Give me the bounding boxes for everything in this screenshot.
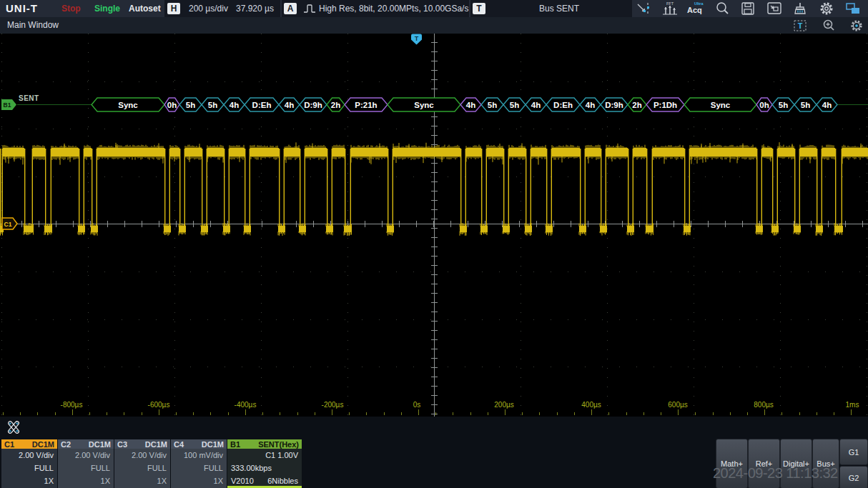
group-button-g2[interactable]: G2	[839, 466, 868, 488]
time-ruler-tick	[470, 412, 471, 415]
display-layout-icon[interactable]	[841, 0, 865, 17]
display-settings-icon[interactable]	[846, 17, 867, 34]
channel-id: C1	[4, 440, 14, 449]
time-ruler-tick	[124, 412, 124, 415]
save-icon[interactable]	[736, 0, 760, 17]
time-ruler-tick	[764, 409, 765, 415]
decode-segment-pause: P:21h	[345, 98, 388, 111]
trigger-info[interactable]: Bus SENT	[539, 0, 579, 17]
decode-segment-crc: 2h	[327, 98, 345, 111]
waveform-display-area: Sync0h5h5h4hD:Eh4hD:9h2hP:21hSync4h5h5h4…	[0, 34, 868, 417]
time-ruler-tick	[210, 412, 211, 415]
trigger-button[interactable]: T	[473, 3, 485, 14]
decode-segment-data: 4h	[279, 98, 300, 111]
time-ruler-tick	[747, 412, 748, 415]
group-button-g1[interactable]: G1	[839, 439, 868, 465]
svg-text:Sync: Sync	[414, 101, 434, 109]
time-ruler-tick	[315, 412, 315, 415]
time-ruler-tick	[799, 412, 800, 415]
screenshot-icon[interactable]	[762, 0, 786, 17]
status-bar: C1DC1M2.00 V/divFULL1XC2DC1M2.00 V/divFU…	[0, 417, 868, 488]
decode-segment-status: 0h	[164, 98, 179, 111]
svg-text:5h: 5h	[801, 101, 810, 109]
time-ruler-tick	[608, 412, 609, 415]
svg-text:4h: 4h	[466, 101, 475, 109]
channel-card-c4[interactable]: C4DC1M100 mV/divFULL1X	[171, 439, 227, 488]
svg-text:D:Eh: D:Eh	[553, 101, 573, 109]
svg-text:0h: 0h	[759, 101, 769, 109]
svg-text:5h: 5h	[779, 101, 788, 109]
time-ruler-tick	[262, 412, 263, 415]
acquire-button[interactable]: A	[284, 3, 297, 14]
channel1-marker[interactable]: C1	[1, 217, 19, 230]
svg-text:P:21h: P:21h	[355, 101, 377, 109]
ultra-acq-icon[interactable]: Ultra Acq	[684, 0, 708, 17]
acquire-settings-field[interactable]: A High Res, 8bit, 20.00MPts, 10.00GSa/s	[282, 0, 469, 17]
fft-icon[interactable]: FFT	[658, 0, 682, 17]
add-math-button[interactable]: Math+	[716, 439, 748, 488]
decode-segment-data: D:Eh	[546, 98, 580, 111]
decode-segment-crc: 2h	[628, 98, 646, 111]
svg-text:5h: 5h	[510, 101, 519, 109]
add-bus-button[interactable]: Bus+	[812, 439, 839, 488]
acquire-info[interactable]: High Res, 8bit, 20.00MPts, 10.00GSa/s	[319, 0, 468, 17]
time-ruler-tick	[488, 412, 488, 415]
settings-icon[interactable]	[814, 0, 839, 17]
timebase-value[interactable]: 200 µs/div	[189, 0, 228, 17]
add-digital-button[interactable]: Digital+	[780, 439, 812, 488]
bus1-marker[interactable]: B1	[1, 99, 17, 110]
clear-icon[interactable]	[788, 0, 812, 17]
decode-segment-data: 4h	[817, 98, 837, 111]
decode-segment-sync: Sync	[92, 98, 164, 111]
text-annotation-icon[interactable]: T	[789, 17, 811, 34]
channel-bandwidth: FULL	[171, 462, 227, 474]
add-ref-button[interactable]: Ref+	[748, 439, 780, 488]
horizontal-offset-value[interactable]: 37.920 µs	[236, 0, 274, 17]
channel-card-header[interactable]: C1DC1M	[1, 439, 57, 449]
acq-label: Acq	[687, 6, 702, 14]
search-icon[interactable]	[710, 0, 734, 17]
time-ruler-tick	[20, 412, 21, 415]
svg-text:5h: 5h	[186, 101, 195, 109]
time-ruler-tick	[713, 412, 714, 415]
time-ruler-tick	[626, 412, 627, 415]
single-button[interactable]: Single	[94, 0, 120, 17]
bus-card-header[interactable]: B1SENT(Hex)	[227, 439, 302, 449]
time-ruler-tick	[418, 409, 419, 415]
annotation-tools-icon[interactable]	[4, 419, 23, 437]
time-axis-label: 1ms	[846, 401, 859, 409]
time-ruler-tick	[332, 409, 332, 415]
decode-segment-status: 4h	[460, 98, 481, 111]
channel-card-header[interactable]: C4DC1M	[171, 439, 227, 449]
time-ruler-tick	[245, 409, 246, 415]
svg-text:5h: 5h	[488, 101, 497, 109]
svg-text:B1: B1	[4, 101, 11, 109]
decode-segment-data: 5h	[503, 98, 526, 111]
svg-text:D:Eh: D:Eh	[252, 101, 272, 109]
channel-card-c1[interactable]: C1DC1M2.00 V/divFULL1X	[1, 439, 57, 488]
horizontal-settings-field[interactable]: H 200 µs/div 37.920 µs	[164, 0, 280, 17]
svg-text:4h: 4h	[586, 101, 595, 109]
zoom-in-icon[interactable]	[818, 17, 839, 34]
svg-text:2h: 2h	[632, 101, 641, 109]
channel-card-header[interactable]: C3DC1M	[114, 439, 170, 449]
autoset-button[interactable]: Autoset	[129, 0, 161, 17]
time-ruler-tick	[539, 412, 540, 415]
stop-button[interactable]: Stop	[61, 0, 81, 17]
time-ruler-tick	[695, 412, 696, 415]
time-axis-label: -800µs	[61, 401, 83, 409]
brand-logo: UNI-T	[6, 0, 38, 17]
time-ruler-tick	[453, 412, 453, 415]
trigger-position-marker[interactable]: T	[410, 34, 423, 45]
svg-text:4h: 4h	[230, 101, 239, 109]
trigger-settings-field[interactable]: T Bus SENT	[470, 0, 632, 17]
time-axis-label: -600µs	[148, 401, 170, 409]
channel-card-c3[interactable]: C3DC1M2.00 V/divFULL1X	[114, 439, 170, 488]
decode-segment-sync: Sync	[684, 98, 756, 111]
bus-card-b1[interactable]: B1SENT(Hex)C1 1.00V333.00kbpsV20106Nibbl…	[227, 439, 302, 488]
decode-segment-data: 5h	[179, 98, 202, 111]
channel-card-header[interactable]: C2DC1M	[58, 439, 114, 449]
channel-card-c2[interactable]: C2DC1M2.00 V/divFULL1X	[58, 439, 114, 488]
horizontal-button[interactable]: H	[167, 3, 180, 14]
measure-icon[interactable]	[632, 0, 656, 17]
